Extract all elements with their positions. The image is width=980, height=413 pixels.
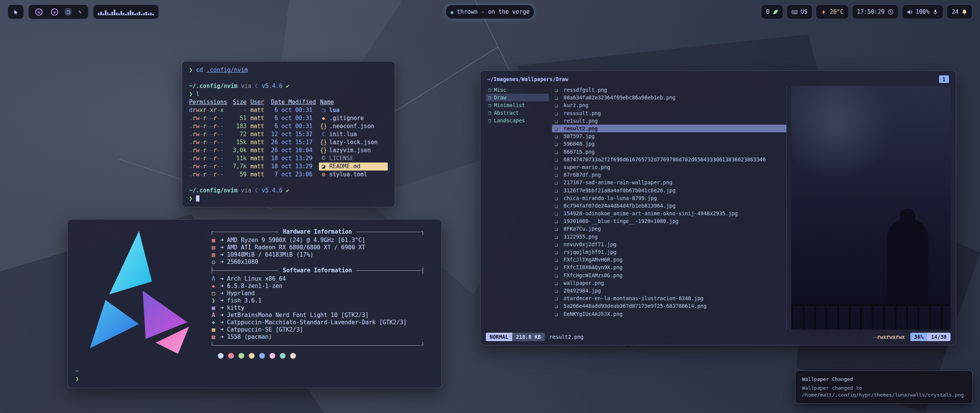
image-file-icon: ❏ [555, 310, 560, 318]
file-row[interactable]: ❏ result2.png [552, 125, 786, 132]
terminal-window[interactable]: ❯ cd .config/nvim ~/.config/nvim via ☾ v… [182, 61, 395, 207]
file-row[interactable]: ❏ 866715.png [552, 148, 786, 156]
file-date: 18 oct 13:29 [271, 163, 316, 171]
file-row[interactable]: ❏ 19201080-__blue-tinge__-1920×1080.jpg [552, 217, 786, 225]
clock-widget[interactable]: 17:50:29 [852, 5, 898, 19]
file-name: nnvuv0xj2df71.jpg [564, 241, 616, 248]
fetch-info-line: ▢ ➜ Hyprland [210, 290, 431, 297]
sidebar-folder[interactable]: ❒ Misc [486, 86, 549, 94]
file-row[interactable]: ❏ wallpaper.png [552, 279, 786, 287]
file-name: init.lua [329, 130, 357, 138]
fetch-info-line: ▦ ➜ Catppuccin-SE [GTK2/3] [210, 326, 431, 333]
clock-icon [888, 9, 893, 15]
visualizer-bars [98, 8, 154, 15]
file-row[interactable]: ❏ kurz.png [552, 101, 786, 109]
music-widget[interactable]: ◉ thrown - on the verge [446, 5, 534, 19]
file-row[interactable]: ❏ 596848.jpg [552, 140, 786, 148]
folder-name: Landscapes [494, 117, 525, 124]
workspace-icon-edit[interactable]: ✎ [76, 8, 83, 16]
toml-icon: ⚙ [320, 171, 327, 179]
folder-icon: ❒ [488, 94, 491, 101]
file-row[interactable]: ❏ ressdfgult.png [552, 86, 786, 94]
file-row[interactable]: ❏ 154928-odinokoe_anime-art-anime-okno-s… [552, 210, 786, 217]
file-list: ❏ ressdfgult.png ❏ 08a634fa02a32364f69eb… [552, 86, 787, 330]
file-entry: .rw-r--r-- 7,7k matt 18 oct 13:29 ◪ READ… [189, 163, 388, 171]
launcher-button[interactable] [8, 5, 24, 19]
sidebar-folder[interactable]: ❒ Abstract [486, 109, 549, 117]
file-row[interactable]: ❏ chica-mirando-la-luna-8799.jpg [552, 194, 786, 202]
workspace-icon-u[interactable]: u [33, 7, 44, 17]
json-icon: {} [320, 146, 327, 154]
fetch-info-line: ❯ ➜ fish 3.6.1 [210, 297, 431, 304]
folder-icon: ❒ [488, 86, 491, 94]
notification-title: Wallpaper Changed [802, 376, 966, 383]
folder-name: Misc [494, 86, 506, 94]
workspace-icon-v[interactable]: v [49, 7, 60, 17]
file-row[interactable]: ❏ 68747470733a2f2f696d616765732d7769786d… [552, 156, 786, 163]
file-name: 20492984.jpg [564, 287, 601, 294]
keyboard-layout-widget[interactable]: US [787, 5, 812, 19]
file-row[interactable]: ❏ super-mario.png [552, 163, 786, 171]
folder-icon: ❒ [488, 109, 491, 117]
file-row[interactable]: ❏ 587597.jpg [552, 132, 786, 140]
col-date-modified: Date Modified [271, 98, 316, 106]
file-row[interactable]: ❏ 20492984.jpg [552, 287, 786, 294]
fetch-info-line: A ➜ JetBrainsMono Nerd Font Light 10 [GT… [210, 312, 431, 319]
workspace-switcher: u v ❒ ✎ [28, 5, 88, 19]
file-name: stylua.toml [329, 171, 367, 179]
image-file-icon: ❏ [555, 156, 560, 163]
file-row[interactable]: ❏ 5a266e448add93deab367d87173e9f25-68378… [552, 302, 786, 310]
tab-badge[interactable]: 1 [939, 75, 949, 83]
sidebar-folder[interactable]: ❒ Minimalist [486, 101, 549, 109]
file-row[interactable]: ❏ 08a634fa02a32364f69ebc86a98eb1eb.png [552, 94, 786, 101]
file-row[interactable]: ❏ atardecer-en-la-montanas-ilustracion-6… [552, 294, 786, 302]
markdown-icon: ◪ [320, 163, 327, 171]
weather-widget[interactable]: 26°C [816, 5, 848, 19]
palette-dot [238, 353, 244, 359]
lua-version: v5.4.6 [262, 83, 283, 89]
file-row[interactable]: ❏ EeNKYgIUcAAJ5JX.png [552, 310, 786, 317]
file-manager-window[interactable]: ~/Imagenes/Wallpapers/Draw 1 ❒ Misc ❒ Dr… [480, 70, 956, 345]
prompt-context-line: ~/.config/nvim via ☾ v5.4.6 ✔ [189, 187, 388, 195]
file-row[interactable]: ❏ 8FKa7Cu.jpeg [552, 225, 786, 233]
notification-popup[interactable]: Wallpaper Changed Wallpaper changed to /… [795, 371, 973, 404]
audio-visualizer[interactable] [93, 5, 159, 19]
volume-widget[interactable]: 100% [902, 5, 943, 19]
file-name: .gitignore [329, 114, 364, 122]
file-row[interactable]: ❏ re1sult.png [552, 117, 786, 125]
file-row[interactable]: ❏ 87r687df.png [552, 171, 786, 179]
file-date: 7 oct 23:06 [271, 171, 316, 179]
cwd: ~ [75, 367, 79, 375]
file-row[interactable]: ❏ FXfcHgcWIAMzs0G.png [552, 272, 786, 279]
file-permissions: drwxr-xr-x [189, 106, 227, 114]
file-row[interactable]: ❏ 3126f7e9bbf21a8a4af0b67b041c6e26.jpg [552, 186, 786, 194]
workspace-icon-files[interactable]: ❒ [65, 8, 72, 16]
file-row[interactable]: ❏ 3122955.png [552, 233, 786, 241]
folder-name: Abstract [494, 109, 519, 117]
info-text: 1558 (pacman) [227, 333, 272, 341]
fetch-info-line: ◈ ➜ 6.5.8-zen1-1-zen [210, 283, 431, 290]
updates-widget[interactable]: 0 [761, 5, 783, 19]
arrow-icon: ➜ [220, 304, 224, 312]
file-name: .neoconf.json [329, 122, 374, 130]
fetch-terminal-window[interactable]: ┌ Hardware Information ┐ ▣ ➜ AMD Ryzen 9… [67, 219, 442, 388]
sidebar-folder[interactable]: ❒ Draw [486, 94, 549, 101]
image-file-icon: ❏ [555, 263, 560, 271]
sidebar-folder[interactable]: ❒ Landscapes [486, 117, 549, 124]
cpu-icon: ▣ [210, 237, 217, 244]
terminal-input-line[interactable]: ❯ [189, 195, 388, 203]
file-row[interactable]: ❏ 217167-sad-anime-rain-wallpaper.png [552, 179, 786, 186]
notifications-widget[interactable]: 24 [947, 5, 972, 19]
file-row[interactable]: ❏ resssult.png [552, 109, 786, 117]
box-corner: ├ [210, 267, 214, 274]
file-row[interactable]: ❏ FXfcII0X0AQyn9X.png [552, 263, 786, 271]
arrow-icon: ➜ [220, 297, 224, 304]
file-row[interactable]: ❏ nnvuv0xj2df71.jpg [552, 241, 786, 248]
file-row[interactable]: ❏ rsjqojlmjhf91.jpg [552, 248, 786, 256]
file-row[interactable]: ❏ 0c794faf07de24a4db4d4fb1eb813964.jpg [552, 202, 786, 210]
file-row[interactable]: ❏ FXfcJlTXgAMvH6R.png [552, 256, 786, 263]
fetch-prompt[interactable]: ~ ❯ [75, 367, 79, 383]
image-preview [791, 86, 951, 330]
hardware-info-list: ▣ ➜ AMD Ryzen 9 5900X (24) @ 4.9GHz [61.… [210, 237, 431, 266]
file-name-cell: ◪ README.md [319, 163, 388, 171]
